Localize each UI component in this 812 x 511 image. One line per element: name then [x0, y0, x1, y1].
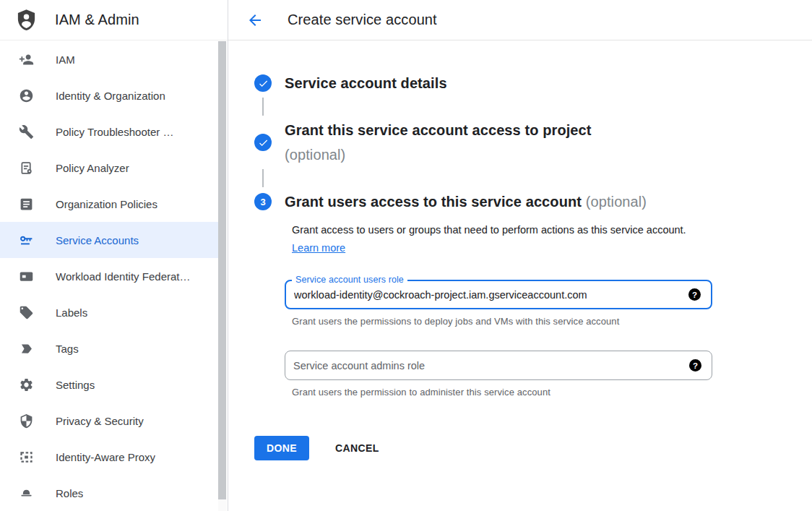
sidebar-item-label: Organization Policies: [56, 198, 157, 210]
step-2-check-icon: [254, 134, 272, 151]
step-2-grant-access-to-project[interactable]: Grant this service account access to pro…: [254, 118, 812, 167]
sidebar-item-privacy-security[interactable]: Privacy & Security: [0, 403, 219, 439]
admins-role-input[interactable]: [285, 360, 689, 372]
wizard-content: Service account details Grant this servi…: [228, 40, 812, 460]
step-3-title: Grant users access to this service accou…: [285, 189, 647, 214]
sidebar-item-labels[interactable]: Labels: [0, 294, 219, 330]
step-1-check-icon: [254, 74, 272, 92]
sidebar-item-label: Policy Analyzer: [56, 162, 129, 174]
iam-admin-sidebar: IAM & Admin IAM Identity & Organization: [0, 0, 228, 511]
users-role-helper-text: Grant users the permissions to deploy jo…: [292, 316, 812, 327]
sidebar-item-label: Labels: [56, 306, 87, 319]
sidebar-scrollbar-thumb[interactable]: [218, 41, 226, 499]
users-role-field-label: Service account users role: [292, 275, 407, 285]
users-role-input[interactable]: [286, 289, 688, 301]
shield-half-icon: [17, 412, 35, 429]
label-arrow-icon: [17, 340, 35, 357]
admins-role-help-icon[interactable]: ?: [689, 359, 701, 372]
main-panel: Create service account Service account d…: [228, 0, 812, 511]
sidebar-item-policy-troubleshooter[interactable]: Policy Troubleshooter …: [0, 113, 219, 150]
step-3-description: Grant access to users or groups that nee…: [292, 221, 691, 257]
tag-icon: [17, 304, 35, 321]
step-1-title: Service account details: [285, 71, 447, 95]
sidebar-item-label: Tags: [56, 343, 79, 355]
sidebar-item-iam[interactable]: IAM: [0, 41, 219, 77]
step-connector: [262, 98, 264, 116]
dashed-box-icon: [17, 448, 35, 465]
sidebar-item-label: IAM: [56, 53, 75, 66]
sidebar-scrollbar-track: [218, 41, 227, 511]
sidebar-product-title: IAM & Admin: [55, 12, 139, 28]
sidebar-item-identity-aware-proxy[interactable]: Identity-Aware Proxy: [0, 439, 219, 475]
sidebar-item-identity-organization[interactable]: Identity & Organization: [0, 77, 219, 113]
hat-icon: [17, 484, 35, 502]
step-2-optional-tag: (optional): [285, 142, 592, 167]
done-button[interactable]: DONE: [254, 436, 309, 460]
badge-card-icon: [17, 267, 35, 285]
sidebar-item-settings[interactable]: Settings: [0, 366, 219, 403]
sidebar-item-label: Settings: [56, 379, 95, 391]
learn-more-link[interactable]: Learn more: [292, 242, 345, 254]
sidebar-item-label: Identity & Organization: [56, 90, 165, 102]
sidebar-item-service-accounts[interactable]: Service Accounts: [0, 222, 219, 258]
account-circle-icon: [17, 87, 35, 104]
iam-shield-person-icon: [14, 9, 38, 32]
page-topbar: Create service account: [228, 0, 812, 40]
sidebar-item-tags[interactable]: Tags: [0, 330, 219, 366]
person-add-icon: [17, 51, 35, 68]
sidebar-item-label: Policy Troubleshooter …: [56, 126, 173, 138]
service-account-admins-role-field: ?: [285, 351, 712, 380]
back-arrow-icon[interactable]: [246, 12, 264, 29]
sidebar-item-label: Privacy & Security: [56, 415, 144, 427]
sidebar-item-policy-analyzer[interactable]: Policy Analyzer: [0, 150, 219, 186]
sidebar-item-label: Service Accounts: [56, 234, 139, 246]
admins-role-helper-text: Grant users the permission to administer…: [292, 387, 812, 398]
step-2-title: Grant this service account access to pro…: [285, 118, 592, 167]
cancel-button[interactable]: CANCEL: [335, 442, 379, 454]
sidebar-item-organization-policies[interactable]: Organization Policies: [0, 186, 219, 222]
sidebar-item-label: Identity-Aware Proxy: [56, 451, 155, 463]
sidebar-item-label: Workload Identity Federat…: [56, 270, 190, 283]
article-icon: [17, 195, 35, 212]
page-title: Create service account: [288, 12, 437, 28]
step-connector: [262, 169, 264, 187]
gear-icon: [17, 376, 35, 393]
step-3-number-badge: 3: [254, 193, 272, 210]
sidebar-header: IAM & Admin: [0, 0, 228, 40]
gcp-console-page: IAM & Admin IAM Identity & Organization: [0, 0, 812, 511]
wrench-icon: [17, 123, 35, 140]
doc-gear-icon: [17, 159, 35, 176]
sidebar-item-label: Roles: [56, 487, 83, 499]
service-account-users-role-field: Service account users role ?: [285, 280, 712, 309]
step-3-grant-users-access: 3 Grant users access to this service acc…: [254, 189, 812, 214]
step-3-body: Grant access to users or groups that nee…: [292, 221, 812, 257]
sidebar-nav: IAM Identity & Organization Policy Troub…: [0, 41, 219, 511]
sidebar-item-workload-identity-federation[interactable]: Workload Identity Federat…: [0, 258, 219, 294]
users-role-help-icon[interactable]: ?: [688, 288, 701, 301]
step-1-service-account-details[interactable]: Service account details: [254, 71, 812, 95]
step-3-optional-tag: (optional): [586, 194, 647, 210]
sidebar-item-roles[interactable]: Roles: [0, 475, 219, 511]
wizard-actions: DONE CANCEL: [254, 436, 812, 460]
key-icon: [17, 231, 35, 249]
